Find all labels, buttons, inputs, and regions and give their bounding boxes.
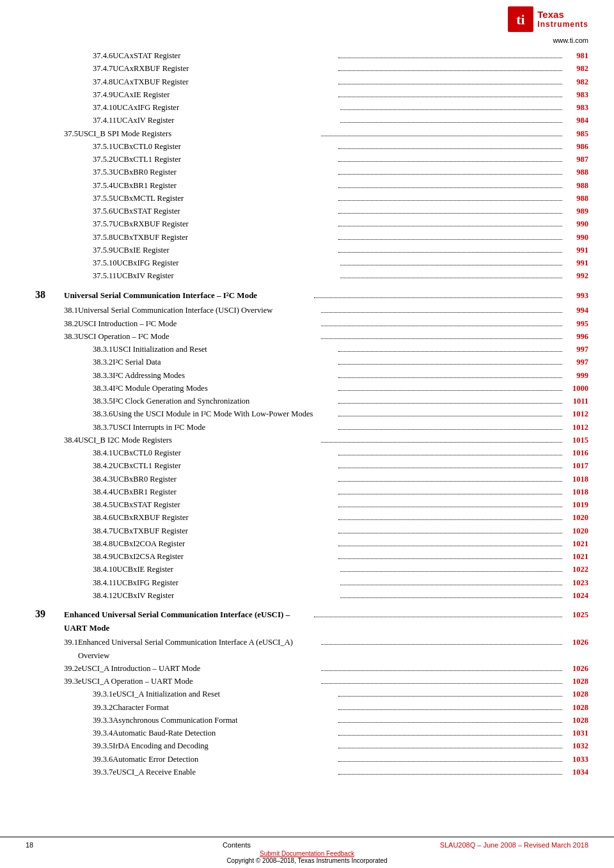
toc-page: 988 (564, 192, 588, 205)
subsection-num: 37.4.6 (35, 49, 113, 62)
toc-dots (314, 297, 562, 298)
toc-page: 981 (564, 49, 588, 62)
toc-dots (338, 774, 562, 775)
subsection-title: I²C Module Operating Modes (113, 382, 336, 395)
subsection-num: 38.4.9 (35, 550, 113, 563)
subsection-title: UCBxTXBUF Register (113, 525, 336, 537)
toc-page: 989 (564, 205, 588, 217)
toc-page: 1012 (564, 407, 588, 420)
toc-dots (321, 136, 562, 136)
toc-row: 37.5.7UCBxRXBUF Register990 (35, 217, 588, 230)
toc-page: 1018 (564, 485, 588, 498)
toc-page: 985 (564, 127, 588, 140)
toc-page: 983 (564, 88, 588, 101)
toc-dots (338, 364, 562, 365)
website-url: www.ti.com (0, 35, 614, 49)
toc-row: 37.4.11UCAxIV Register984 (35, 114, 588, 127)
toc-row: 38.4.5UCBxSTAT Register1019 (35, 498, 588, 511)
toc-dots (338, 187, 562, 188)
subsection-num: 37.4.10 (35, 101, 117, 114)
subsection-num: 38.3.3 (35, 369, 113, 382)
toc-row: 38.4.8UCBxI2COA Register1021 (35, 537, 588, 550)
toc-dots (338, 481, 562, 482)
copyright-text: Copyright © 2008–2018, Texas Instruments… (226, 857, 387, 864)
toc-dots (338, 722, 562, 723)
toc-row: 38.3.4I²C Module Operating Modes1000 (35, 382, 588, 395)
ti-logo-text: Texas Instruments (537, 10, 588, 29)
toc-dots (321, 670, 562, 671)
toc-row: 37.4.8UCAxTXBUF Register982 (35, 75, 588, 88)
subsection-num: 37.5.2 (35, 153, 113, 166)
toc-page: 1033 (564, 753, 588, 766)
subsection-title: UCBxCTL0 Register (113, 446, 336, 459)
subsection-title: USCI Interrupts in I²C Mode (113, 421, 336, 434)
subsection-num: 38.4.2 (35, 459, 113, 472)
section-num: 37.5 (35, 127, 78, 140)
toc-dots (338, 494, 562, 494)
toc-row: 38.4.4UCBxBR1 Register1018 (35, 485, 588, 498)
feedback-link[interactable]: Submit Documentation Feedback (260, 850, 354, 857)
subsection-num: 39.3.2 (35, 701, 113, 714)
subsection-title: UCBxBR1 Register (113, 485, 336, 498)
toc-dots (338, 507, 562, 507)
toc-row: 39.3.2Character Format1028 (35, 701, 588, 714)
section-title: eUSCI_A Operation – UART Mode (78, 675, 319, 688)
section-title: eUSCI_A Introduction – UART Mode (78, 662, 319, 675)
footer-copyright: Submit Documentation Feedback Copyright … (26, 850, 588, 864)
toc-dots (338, 200, 562, 201)
subsection-title: UCBxCTL1 Register (113, 459, 336, 472)
toc-dots (338, 174, 562, 175)
subsection-num: 39.3.1 (35, 688, 113, 700)
subsection-title: UCBxMCTL Register (113, 192, 336, 205)
ti-logo: ti Texas Instruments (508, 6, 588, 32)
toc-dots (321, 338, 562, 339)
subsection-title: UCBxIE Register (113, 244, 336, 256)
toc-row: 38.3USCI Operation – I²C Mode996 (35, 330, 588, 343)
toc-page: 999 (564, 369, 588, 382)
subsection-title: UCAxIE Register (113, 88, 336, 101)
toc-page: 1028 (564, 675, 588, 688)
subsection-num: 39.3.7 (35, 766, 113, 778)
toc-content: 37.4.6UCAxSTAT Register98137.4.7UCAxRXBU… (0, 49, 614, 778)
subsection-num: 38.4.11 (35, 576, 116, 589)
toc-row: 37.5.6UCBxSTAT Register989 (35, 205, 588, 217)
subsection-num: 39.3.5 (35, 739, 113, 752)
subsection-title: I²C Serial Data (113, 356, 336, 368)
toc-row: 37.5.1UCBxCTL0 Register986 (35, 140, 588, 153)
toc-dots (321, 326, 562, 326)
toc-row: 37.5.3UCBxBR0 Register988 (35, 166, 588, 178)
toc-page: 988 (564, 179, 588, 192)
toc-dots (338, 239, 562, 240)
section-num: 38.3 (35, 330, 78, 343)
toc-page: 990 (564, 231, 588, 244)
toc-dots (338, 148, 562, 149)
toc-page: 1018 (564, 473, 588, 485)
toc-dots (340, 278, 562, 278)
toc-page: 1026 (564, 662, 588, 675)
toc-dots (338, 546, 562, 546)
subsection-title: UCAxIV Register (116, 114, 338, 127)
toc-row: 38.4.7UCBxTXBUF Register1020 (35, 525, 588, 537)
subsection-num: 38.4.5 (35, 498, 113, 511)
subsection-num: 37.5.11 (35, 269, 116, 282)
ti-instruments-label: Instruments (537, 20, 588, 29)
subsection-title: IrDA Encoding and Decoding (113, 739, 336, 752)
subsection-title: Automatic Baud-Rate Detection (113, 727, 336, 739)
subsection-num: 37.5.3 (35, 166, 113, 178)
toc-dots (321, 312, 562, 313)
subsection-title: eUSCI_A Initialization and Reset (113, 688, 336, 700)
toc-row: 39.3.3Asynchronous Communication Format1… (35, 714, 588, 727)
toc-row: 37.4.10UCAxIFG Register983 (35, 101, 588, 114)
toc-page: 1024 (564, 589, 588, 602)
chapter-title: Enhanced Universal Serial Communication … (64, 608, 312, 635)
toc-dots (338, 58, 562, 58)
footer-top: 18 Contents SLAU208Q – June 2008 – Revis… (26, 841, 588, 849)
toc-row: 39.3.1eUSCI_A Initialization and Reset10… (35, 688, 588, 700)
toc-row: 39.3.7eUSCI_A Receive Enable1034 (35, 766, 588, 778)
toc-dots (321, 683, 562, 684)
toc-page: 1022 (564, 563, 588, 576)
toc-page: 997 (564, 343, 588, 356)
subsection-num: 37.5.8 (35, 231, 113, 244)
toc-dots (338, 252, 562, 253)
subsection-title: Using the USCI Module in I²C Mode With L… (113, 407, 336, 420)
